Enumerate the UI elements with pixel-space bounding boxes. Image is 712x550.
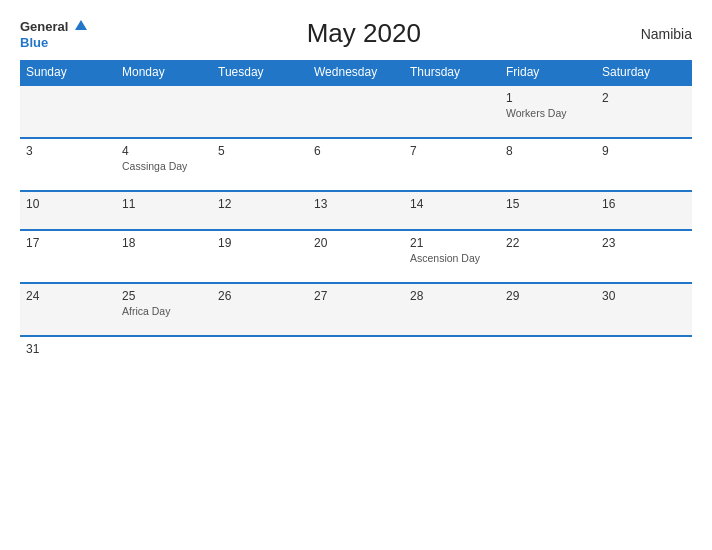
- day-number: 25: [122, 289, 206, 303]
- calendar-cell: 12: [212, 191, 308, 230]
- calendar-cell: 29: [500, 283, 596, 336]
- day-number: 17: [26, 236, 110, 250]
- day-number: 13: [314, 197, 398, 211]
- calendar-cell: [596, 336, 692, 374]
- day-number: 12: [218, 197, 302, 211]
- calendar-cell: [212, 85, 308, 138]
- calendar-cell: 9: [596, 138, 692, 191]
- day-number: 28: [410, 289, 494, 303]
- day-number: 23: [602, 236, 686, 250]
- holiday-label: Africa Day: [122, 305, 206, 317]
- calendar-cell: [212, 336, 308, 374]
- calendar-cell: 3: [20, 138, 116, 191]
- day-number: 10: [26, 197, 110, 211]
- holiday-label: Workers Day: [506, 107, 590, 119]
- calendar-body: 1Workers Day234Cassinga Day5678910111213…: [20, 85, 692, 374]
- header-wednesday: Wednesday: [308, 60, 404, 85]
- calendar-cell: [308, 85, 404, 138]
- calendar-cell: 25Africa Day: [116, 283, 212, 336]
- day-number: 30: [602, 289, 686, 303]
- calendar-cell: 28: [404, 283, 500, 336]
- day-number: 31: [26, 342, 110, 356]
- header-thursday: Thursday: [404, 60, 500, 85]
- calendar-cell: 31: [20, 336, 116, 374]
- calendar-table: Sunday Monday Tuesday Wednesday Thursday…: [20, 60, 692, 374]
- calendar-cell: 16: [596, 191, 692, 230]
- day-number: 8: [506, 144, 590, 158]
- calendar-cell: 18: [116, 230, 212, 283]
- calendar-week-row: 34Cassinga Day56789: [20, 138, 692, 191]
- calendar-page: General Blue May 2020 Namibia Sunday Mon…: [0, 0, 712, 550]
- day-number: 7: [410, 144, 494, 158]
- calendar-cell: 19: [212, 230, 308, 283]
- calendar-cell: 21Ascension Day: [404, 230, 500, 283]
- calendar-cell: 8: [500, 138, 596, 191]
- day-number: 24: [26, 289, 110, 303]
- logo: General Blue: [20, 18, 87, 50]
- day-number: 11: [122, 197, 206, 211]
- header-sunday: Sunday: [20, 60, 116, 85]
- day-number: 21: [410, 236, 494, 250]
- header-monday: Monday: [116, 60, 212, 85]
- calendar-cell: 13: [308, 191, 404, 230]
- calendar-cell: 11: [116, 191, 212, 230]
- day-number: 14: [410, 197, 494, 211]
- calendar-cell: 24: [20, 283, 116, 336]
- calendar-cell: [500, 336, 596, 374]
- calendar-cell: [404, 336, 500, 374]
- calendar-cell: 10: [20, 191, 116, 230]
- calendar-cell: 20: [308, 230, 404, 283]
- calendar-cell: 26: [212, 283, 308, 336]
- day-number: 9: [602, 144, 686, 158]
- logo-triangle-icon: [75, 20, 87, 30]
- day-number: 22: [506, 236, 590, 250]
- calendar-title: May 2020: [87, 18, 641, 49]
- calendar-week-row: 31: [20, 336, 692, 374]
- day-number: 29: [506, 289, 590, 303]
- calendar-cell: [116, 85, 212, 138]
- calendar-cell: [20, 85, 116, 138]
- day-number: 18: [122, 236, 206, 250]
- calendar-cell: 22: [500, 230, 596, 283]
- header-friday: Friday: [500, 60, 596, 85]
- day-number: 5: [218, 144, 302, 158]
- calendar-cell: 30: [596, 283, 692, 336]
- day-number: 16: [602, 197, 686, 211]
- header-tuesday: Tuesday: [212, 60, 308, 85]
- day-number: 15: [506, 197, 590, 211]
- day-number: 20: [314, 236, 398, 250]
- calendar-cell: 15: [500, 191, 596, 230]
- calendar-cell: 7: [404, 138, 500, 191]
- logo-blue-text: Blue: [20, 35, 48, 50]
- calendar-week-row: 1718192021Ascension Day2223: [20, 230, 692, 283]
- day-number: 2: [602, 91, 686, 105]
- day-number: 19: [218, 236, 302, 250]
- day-number: 27: [314, 289, 398, 303]
- calendar-week-row: 1Workers Day2: [20, 85, 692, 138]
- day-number: 1: [506, 91, 590, 105]
- day-number: 3: [26, 144, 110, 158]
- calendar-cell: 23: [596, 230, 692, 283]
- day-number: 6: [314, 144, 398, 158]
- day-number: 26: [218, 289, 302, 303]
- calendar-cell: [404, 85, 500, 138]
- calendar-cell: 6: [308, 138, 404, 191]
- logo-line1: General: [20, 18, 87, 34]
- calendar-cell: 2: [596, 85, 692, 138]
- header-saturday: Saturday: [596, 60, 692, 85]
- calendar-week-row: 10111213141516: [20, 191, 692, 230]
- calendar-cell: 17: [20, 230, 116, 283]
- country-label: Namibia: [641, 26, 692, 42]
- days-header-row: Sunday Monday Tuesday Wednesday Thursday…: [20, 60, 692, 85]
- calendar-week-row: 2425Africa Day2627282930: [20, 283, 692, 336]
- calendar-header: Sunday Monday Tuesday Wednesday Thursday…: [20, 60, 692, 85]
- calendar-cell: 4Cassinga Day: [116, 138, 212, 191]
- calendar-cell: 27: [308, 283, 404, 336]
- header: General Blue May 2020 Namibia: [20, 18, 692, 50]
- calendar-cell: [308, 336, 404, 374]
- holiday-label: Ascension Day: [410, 252, 494, 264]
- calendar-cell: 14: [404, 191, 500, 230]
- logo-general-text: General: [20, 19, 68, 34]
- day-number: 4: [122, 144, 206, 158]
- calendar-cell: 1Workers Day: [500, 85, 596, 138]
